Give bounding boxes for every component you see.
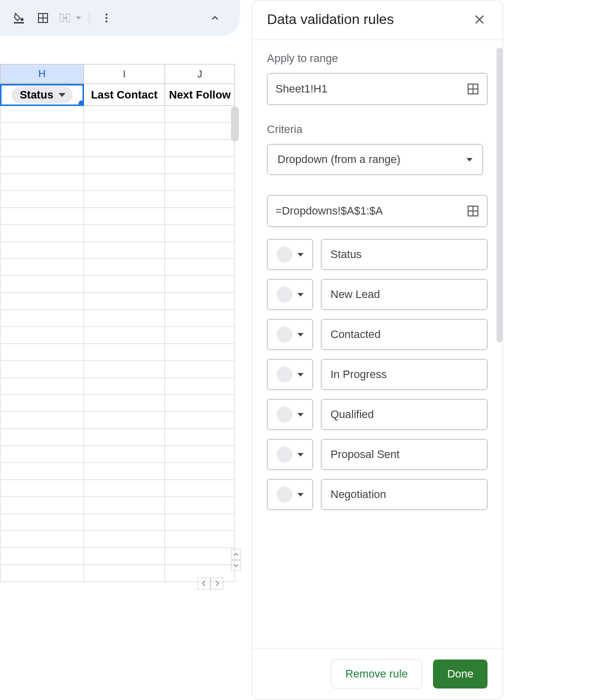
scroll-right-icon[interactable] xyxy=(210,578,224,590)
vertical-scrollbar[interactable] xyxy=(231,106,239,142)
cell[interactable] xyxy=(0,480,84,497)
cell[interactable] xyxy=(84,344,165,361)
cell[interactable] xyxy=(84,191,165,208)
cell[interactable] xyxy=(0,463,84,480)
option-value-input[interactable]: New Lead xyxy=(321,279,488,310)
cell[interactable] xyxy=(84,480,165,497)
cell[interactable] xyxy=(165,378,235,395)
cell[interactable] xyxy=(0,412,84,429)
column-header-j[interactable]: J xyxy=(165,64,235,84)
cell[interactable] xyxy=(84,310,165,327)
cell[interactable] xyxy=(165,497,235,514)
cell[interactable] xyxy=(165,480,235,497)
cell[interactable] xyxy=(84,225,165,242)
cell[interactable] xyxy=(84,514,165,531)
cell[interactable] xyxy=(84,412,165,429)
criteria-select[interactable]: Dropdown (from a range) xyxy=(267,144,483,175)
cell[interactable] xyxy=(84,531,165,548)
cell-i1[interactable]: Last Contact xyxy=(84,84,165,106)
cell[interactable] xyxy=(165,259,235,276)
cell[interactable] xyxy=(84,497,165,514)
cell[interactable] xyxy=(165,395,235,412)
cell[interactable] xyxy=(165,208,235,225)
cell[interactable] xyxy=(165,344,235,361)
cell[interactable] xyxy=(84,174,165,191)
cell[interactable] xyxy=(0,276,84,293)
borders-icon[interactable] xyxy=(32,7,54,29)
cell[interactable] xyxy=(165,463,235,480)
cell[interactable] xyxy=(165,242,235,259)
cell[interactable] xyxy=(0,208,84,225)
cell[interactable] xyxy=(84,106,165,123)
step-down-icon[interactable] xyxy=(231,560,241,571)
scroll-left-icon[interactable] xyxy=(198,578,210,590)
cell[interactable] xyxy=(0,514,84,531)
cell[interactable] xyxy=(84,140,165,157)
cell[interactable] xyxy=(84,157,165,174)
cell[interactable] xyxy=(84,361,165,378)
dropdown-chip[interactable]: Status xyxy=(12,86,72,104)
more-icon[interactable] xyxy=(96,7,118,29)
cell[interactable] xyxy=(165,140,235,157)
cell[interactable] xyxy=(0,344,84,361)
option-value-input[interactable]: Proposal Sent xyxy=(321,439,488,470)
option-value-input[interactable]: Negotiation xyxy=(321,479,488,510)
select-range-icon[interactable] xyxy=(466,82,480,96)
cell[interactable] xyxy=(165,123,235,140)
cell[interactable] xyxy=(165,174,235,191)
option-color-picker[interactable] xyxy=(267,359,313,390)
option-value-input[interactable]: Status xyxy=(321,239,488,270)
option-color-picker[interactable] xyxy=(267,479,313,510)
cell[interactable] xyxy=(165,106,235,123)
merge-cells-control[interactable] xyxy=(56,7,83,29)
option-value-input[interactable]: Qualified xyxy=(321,399,488,430)
cell[interactable] xyxy=(0,106,84,123)
cell[interactable] xyxy=(165,514,235,531)
cell[interactable] xyxy=(84,565,165,582)
cell[interactable] xyxy=(0,259,84,276)
apply-range-input[interactable] xyxy=(267,73,488,105)
cell[interactable] xyxy=(0,191,84,208)
cell[interactable] xyxy=(0,395,84,412)
done-button[interactable]: Done xyxy=(433,660,488,688)
cell[interactable] xyxy=(84,293,165,310)
cell[interactable] xyxy=(165,293,235,310)
cell[interactable] xyxy=(165,225,235,242)
step-up-icon[interactable] xyxy=(231,549,241,560)
column-header-h[interactable]: H xyxy=(0,64,84,84)
close-icon[interactable] xyxy=(470,10,488,28)
cell[interactable] xyxy=(0,293,84,310)
cell[interactable] xyxy=(84,378,165,395)
cell[interactable] xyxy=(165,446,235,463)
cell[interactable] xyxy=(165,361,235,378)
cell[interactable] xyxy=(0,310,84,327)
cell[interactable] xyxy=(84,446,165,463)
remove-rule-button[interactable]: Remove rule xyxy=(331,660,422,688)
cell[interactable] xyxy=(165,310,235,327)
cell[interactable] xyxy=(0,140,84,157)
option-color-picker[interactable] xyxy=(267,399,313,430)
fill-color-icon[interactable] xyxy=(8,7,30,29)
cell[interactable] xyxy=(0,565,84,582)
cell[interactable] xyxy=(84,429,165,446)
cell[interactable] xyxy=(165,157,235,174)
cell-j1[interactable]: Next Follow xyxy=(165,84,235,106)
cell[interactable] xyxy=(0,174,84,191)
option-color-picker[interactable] xyxy=(267,239,313,270)
cell[interactable] xyxy=(165,276,235,293)
column-header-i[interactable]: I xyxy=(84,64,165,84)
cell[interactable] xyxy=(84,276,165,293)
cell[interactable] xyxy=(0,548,84,565)
cell[interactable] xyxy=(165,327,235,344)
collapse-toolbar-icon[interactable] xyxy=(204,7,226,29)
select-range-icon[interactable] xyxy=(466,204,480,218)
cell[interactable] xyxy=(165,412,235,429)
option-color-picker[interactable] xyxy=(267,439,313,470)
cell[interactable] xyxy=(165,531,235,548)
cell[interactable] xyxy=(0,242,84,259)
cell[interactable] xyxy=(165,548,235,565)
cell[interactable] xyxy=(0,123,84,140)
cell[interactable] xyxy=(84,327,165,344)
cell[interactable] xyxy=(165,429,235,446)
range-input-field[interactable] xyxy=(276,82,466,96)
